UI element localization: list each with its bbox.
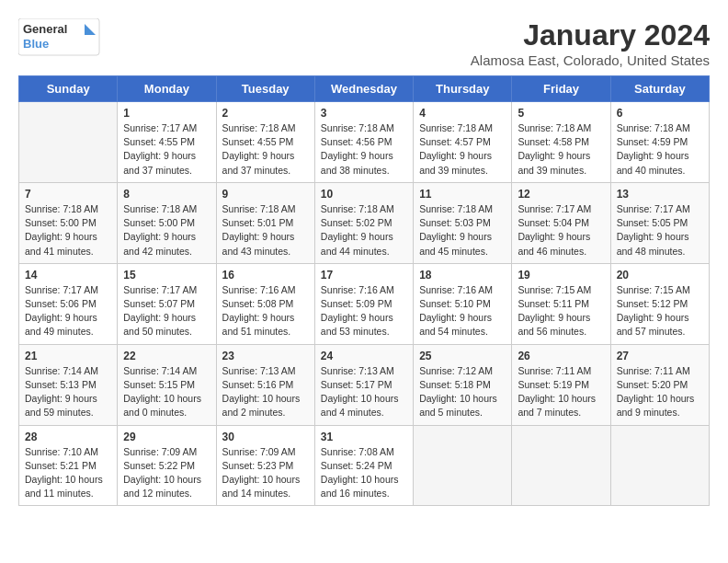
day-info: Sunrise: 7:17 AMSunset: 5:04 PMDaylight:…	[518, 202, 604, 259]
weekday-header: Sunday	[19, 76, 118, 102]
day-info: Sunrise: 7:16 AMSunset: 5:08 PMDaylight:…	[222, 283, 309, 339]
calendar-cell: 17Sunrise: 7:16 AMSunset: 5:09 PMDayligh…	[314, 263, 413, 344]
day-info: Sunrise: 7:17 AMSunset: 4:55 PMDaylight:…	[123, 121, 210, 178]
calendar-cell: 11Sunrise: 7:18 AMSunset: 5:03 PMDayligh…	[414, 182, 512, 263]
day-info: Sunrise: 7:18 AMSunset: 5:03 PMDaylight:…	[419, 202, 506, 259]
calendar-cell: 20Sunrise: 7:15 AMSunset: 5:12 PMDayligh…	[610, 263, 709, 344]
day-info: Sunrise: 7:15 AMSunset: 5:11 PMDaylight:…	[518, 283, 604, 339]
calendar-cell	[610, 425, 709, 506]
day-number: 13	[617, 188, 703, 201]
calendar-cell: 26Sunrise: 7:11 AMSunset: 5:19 PMDayligh…	[512, 344, 610, 425]
calendar-cell: 13Sunrise: 7:17 AMSunset: 5:05 PMDayligh…	[610, 182, 709, 263]
calendar-cell: 30Sunrise: 7:09 AMSunset: 5:23 PMDayligh…	[216, 425, 314, 506]
day-number: 22	[123, 350, 210, 362]
calendar-cell: 4Sunrise: 7:18 AMSunset: 4:57 PMDaylight…	[414, 102, 512, 183]
day-number: 17	[321, 269, 407, 282]
day-info: Sunrise: 7:10 AMSunset: 5:21 PMDaylight:…	[25, 445, 111, 501]
calendar-cell	[512, 425, 610, 506]
calendar-cell: 16Sunrise: 7:16 AMSunset: 5:08 PMDayligh…	[216, 263, 314, 344]
calendar-cell: 28Sunrise: 7:10 AMSunset: 5:21 PMDayligh…	[19, 425, 118, 506]
day-info: Sunrise: 7:17 AMSunset: 5:05 PMDaylight:…	[617, 202, 703, 259]
day-info: Sunrise: 7:18 AMSunset: 4:57 PMDaylight:…	[419, 121, 506, 178]
day-info: Sunrise: 7:08 AMSunset: 5:24 PMDaylight:…	[321, 445, 407, 501]
day-info: Sunrise: 7:16 AMSunset: 5:09 PMDaylight:…	[321, 283, 407, 339]
weekday-header-row: SundayMondayTuesdayWednesdayThursdayFrid…	[19, 76, 710, 102]
weekday-header: Thursday	[414, 76, 512, 102]
day-info: Sunrise: 7:18 AMSunset: 5:00 PMDaylight:…	[123, 202, 210, 259]
title-block: January 2024 Alamosa East, Colorado, Uni…	[471, 18, 710, 68]
calendar-cell: 24Sunrise: 7:13 AMSunset: 5:17 PMDayligh…	[314, 344, 413, 425]
day-number: 29	[123, 431, 210, 443]
weekday-header: Saturday	[610, 76, 709, 102]
calendar-cell: 31Sunrise: 7:08 AMSunset: 5:24 PMDayligh…	[314, 425, 413, 506]
day-number: 20	[617, 269, 703, 282]
calendar-table: SundayMondayTuesdayWednesdayThursdayFrid…	[18, 75, 710, 506]
day-number: 1	[123, 107, 210, 120]
day-info: Sunrise: 7:18 AMSunset: 4:55 PMDaylight:…	[222, 121, 309, 178]
calendar-cell: 23Sunrise: 7:13 AMSunset: 5:16 PMDayligh…	[216, 344, 314, 425]
calendar-cell	[414, 425, 512, 506]
day-number: 10	[321, 188, 407, 201]
calendar-cell: 19Sunrise: 7:15 AMSunset: 5:11 PMDayligh…	[512, 263, 610, 344]
weekday-header: Tuesday	[216, 76, 314, 102]
day-number: 11	[419, 188, 506, 201]
day-number: 28	[25, 431, 111, 443]
calendar-cell: 25Sunrise: 7:12 AMSunset: 5:18 PMDayligh…	[414, 344, 512, 425]
header: General Blue January 2024 Alamosa East, …	[18, 18, 710, 68]
day-info: Sunrise: 7:14 AMSunset: 5:13 PMDaylight:…	[25, 364, 111, 420]
calendar-cell: 9Sunrise: 7:18 AMSunset: 5:01 PMDaylight…	[216, 182, 314, 263]
day-info: Sunrise: 7:09 AMSunset: 5:22 PMDaylight:…	[123, 445, 210, 501]
day-info: Sunrise: 7:12 AMSunset: 5:18 PMDaylight:…	[419, 364, 506, 420]
calendar-cell: 6Sunrise: 7:18 AMSunset: 4:59 PMDaylight…	[610, 102, 709, 183]
weekday-header: Wednesday	[314, 76, 413, 102]
day-number: 31	[321, 431, 407, 443]
calendar-cell: 29Sunrise: 7:09 AMSunset: 5:22 PMDayligh…	[118, 425, 216, 506]
svg-text:Blue: Blue	[23, 37, 49, 51]
day-number: 16	[222, 269, 309, 282]
day-number: 2	[222, 107, 309, 120]
calendar-week-row: 7Sunrise: 7:18 AMSunset: 5:00 PMDaylight…	[19, 182, 710, 263]
calendar-cell: 22Sunrise: 7:14 AMSunset: 5:15 PMDayligh…	[118, 344, 216, 425]
calendar-week-row: 14Sunrise: 7:17 AMSunset: 5:06 PMDayligh…	[19, 263, 710, 344]
day-number: 12	[518, 188, 604, 201]
calendar-cell: 3Sunrise: 7:18 AMSunset: 4:56 PMDaylight…	[314, 102, 413, 183]
calendar-cell: 21Sunrise: 7:14 AMSunset: 5:13 PMDayligh…	[19, 344, 118, 425]
day-info: Sunrise: 7:18 AMSunset: 4:56 PMDaylight:…	[321, 121, 407, 178]
day-number: 3	[321, 107, 407, 120]
day-number: 4	[419, 107, 506, 120]
day-number: 5	[518, 107, 604, 120]
day-info: Sunrise: 7:11 AMSunset: 5:20 PMDaylight:…	[617, 364, 703, 420]
calendar-cell: 7Sunrise: 7:18 AMSunset: 5:00 PMDaylight…	[19, 182, 118, 263]
day-number: 23	[222, 350, 309, 362]
day-info: Sunrise: 7:18 AMSunset: 5:01 PMDaylight:…	[222, 202, 309, 259]
day-number: 21	[25, 350, 111, 362]
calendar-week-row: 28Sunrise: 7:10 AMSunset: 5:21 PMDayligh…	[19, 425, 710, 506]
day-info: Sunrise: 7:17 AMSunset: 5:06 PMDaylight:…	[25, 283, 111, 339]
weekday-header: Monday	[118, 76, 216, 102]
calendar-week-row: 21Sunrise: 7:14 AMSunset: 5:13 PMDayligh…	[19, 344, 710, 425]
day-number: 24	[321, 350, 407, 362]
calendar-cell: 18Sunrise: 7:16 AMSunset: 5:10 PMDayligh…	[414, 263, 512, 344]
day-number: 7	[25, 188, 111, 201]
day-info: Sunrise: 7:09 AMSunset: 5:23 PMDaylight:…	[222, 445, 309, 501]
logo: General Blue	[18, 18, 101, 57]
day-number: 25	[419, 350, 506, 362]
logo-svg: General Blue	[18, 18, 101, 57]
day-info: Sunrise: 7:18 AMSunset: 4:59 PMDaylight:…	[617, 121, 703, 178]
calendar-cell: 10Sunrise: 7:18 AMSunset: 5:02 PMDayligh…	[314, 182, 413, 263]
day-info: Sunrise: 7:13 AMSunset: 5:16 PMDaylight:…	[222, 364, 309, 420]
day-info: Sunrise: 7:18 AMSunset: 5:02 PMDaylight:…	[321, 202, 407, 259]
main-title: January 2024	[471, 18, 710, 52]
day-number: 19	[518, 269, 604, 282]
day-number: 8	[123, 188, 210, 201]
calendar-week-row: 1Sunrise: 7:17 AMSunset: 4:55 PMDaylight…	[19, 102, 710, 183]
calendar-cell	[19, 102, 118, 183]
calendar-cell: 27Sunrise: 7:11 AMSunset: 5:20 PMDayligh…	[610, 344, 709, 425]
weekday-header: Friday	[512, 76, 610, 102]
calendar-cell: 15Sunrise: 7:17 AMSunset: 5:07 PMDayligh…	[118, 263, 216, 344]
day-number: 30	[222, 431, 309, 443]
day-info: Sunrise: 7:18 AMSunset: 5:00 PMDaylight:…	[25, 202, 111, 259]
calendar-cell: 8Sunrise: 7:18 AMSunset: 5:00 PMDaylight…	[118, 182, 216, 263]
day-info: Sunrise: 7:14 AMSunset: 5:15 PMDaylight:…	[123, 364, 210, 420]
day-info: Sunrise: 7:15 AMSunset: 5:12 PMDaylight:…	[617, 283, 703, 339]
